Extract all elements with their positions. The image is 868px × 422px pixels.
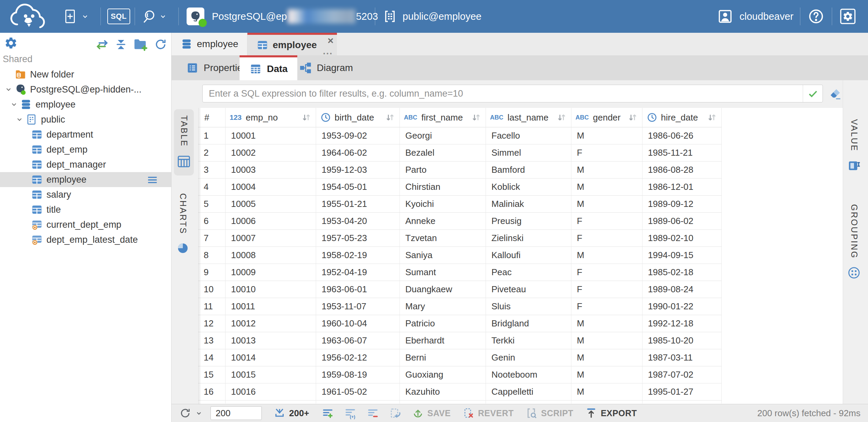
- data-cell[interactable]: 1958-02-19: [316, 247, 400, 264]
- export-button[interactable]: EXPORT: [585, 407, 637, 419]
- data-cell[interactable]: 10012: [226, 315, 316, 332]
- sort-icon[interactable]: [384, 112, 395, 123]
- data-cell[interactable]: Zielinski: [486, 230, 571, 247]
- refresh-icon[interactable]: [154, 38, 167, 51]
- data-cell[interactable]: Piveteau: [486, 281, 571, 298]
- table-row[interactable]: 4100041954-05-01ChirstianKoblickM1986-12…: [198, 179, 722, 196]
- data-cell[interactable]: 1985-10-20: [642, 332, 722, 349]
- driver-search-button[interactable]: [141, 0, 167, 33]
- sidebar-settings-gear-icon[interactable]: [4, 36, 18, 50]
- table-row[interactable]: 10100101963-06-01DuangkaewPiveteauF1989-…: [198, 281, 722, 298]
- tab-grouping-panel[interactable]: GROUPING: [845, 198, 863, 286]
- data-cell[interactable]: Preusig: [486, 213, 571, 230]
- data-cell[interactable]: M: [571, 196, 642, 213]
- tree-item[interactable]: dept_manager: [0, 157, 171, 172]
- data-cell[interactable]: 1964-06-02: [316, 144, 400, 161]
- data-cell[interactable]: 10008: [226, 247, 316, 264]
- table-row[interactable]: 15100151959-08-19GuoxiangNooteboomM1987-…: [198, 366, 722, 383]
- data-cell[interactable]: Kyoichi: [400, 196, 486, 213]
- data-cell[interactable]: F: [571, 298, 642, 315]
- data-cell[interactable]: Kalloufi: [486, 247, 571, 264]
- cloudbeaver-logo[interactable]: [8, 0, 49, 33]
- data-cell[interactable]: Kazuhito: [400, 383, 486, 400]
- data-cell[interactable]: M: [571, 127, 642, 144]
- data-cell[interactable]: 1957-05-23: [316, 230, 400, 247]
- data-cell[interactable]: F: [571, 213, 642, 230]
- data-cell[interactable]: F: [571, 230, 642, 247]
- data-cell[interactable]: 1986-06-26: [642, 127, 722, 144]
- new-connection-button[interactable]: [63, 0, 90, 33]
- tree-item[interactable]: PostgreSQL@ep-hidden-...: [0, 82, 171, 97]
- data-cell[interactable]: 1953-09-02: [316, 127, 400, 144]
- data-cell[interactable]: 1990-01-22: [642, 298, 722, 315]
- fetch-more-button[interactable]: 200+: [273, 407, 309, 419]
- data-cell[interactable]: 1987-03-11: [642, 349, 722, 366]
- hamburger-menu-icon[interactable]: [146, 173, 159, 186]
- data-cell[interactable]: Berni: [400, 349, 486, 366]
- table-row[interactable]: 7100071957-05-23TzvetanZielinskiF1989-02…: [198, 230, 722, 247]
- data-cell[interactable]: F: [571, 281, 642, 298]
- data-cell[interactable]: 1995-01-27: [642, 383, 722, 400]
- data-cell[interactable]: 10003: [226, 161, 316, 179]
- data-cell[interactable]: Duangkaew: [400, 281, 486, 298]
- data-cell[interactable]: 1952-04-19: [316, 264, 400, 281]
- data-cell[interactable]: 10007: [226, 230, 316, 247]
- table-row[interactable]: 11100111953-11-07MarySluisF1990-01-22: [198, 298, 722, 315]
- data-cell[interactable]: Facello: [486, 127, 571, 144]
- data-cell[interactable]: 10015: [226, 366, 316, 383]
- refresh-results-button[interactable]: [179, 407, 203, 419]
- data-cell[interactable]: 10013: [226, 332, 316, 349]
- data-cell[interactable]: 1953-04-20: [316, 213, 400, 230]
- data-cell[interactable]: Maliniak: [486, 196, 571, 213]
- data-cell[interactable]: Guoxiang: [400, 366, 486, 383]
- data-cell[interactable]: 1985-02-18: [642, 264, 722, 281]
- data-cell[interactable]: Bezalel: [400, 144, 486, 161]
- sort-icon[interactable]: [627, 112, 638, 123]
- tab-employee-table[interactable]: employee × ...: [247, 33, 337, 55]
- tree-item[interactable]: title: [0, 202, 171, 217]
- save-button[interactable]: SAVE: [412, 407, 451, 419]
- sort-icon[interactable]: [706, 112, 717, 123]
- table-row[interactable]: 5100051955-01-21KyoichiMaliniakM1989-09-…: [198, 196, 722, 213]
- table-row[interactable]: 3100031959-12-03PartoBamfordM1986-08-28: [198, 161, 722, 179]
- tree-item[interactable]: dept_emp: [0, 142, 171, 157]
- data-cell[interactable]: 1989-08-24: [642, 281, 722, 298]
- settings-button[interactable]: [839, 0, 856, 33]
- data-cell[interactable]: M: [571, 349, 642, 366]
- column-header[interactable]: 123 emp_no: [226, 108, 316, 127]
- tab-data[interactable]: Data: [240, 55, 297, 80]
- duplicate-row-button[interactable]: (+): [344, 407, 356, 419]
- data-cell[interactable]: F: [571, 144, 642, 161]
- data-cell[interactable]: 10002: [226, 144, 316, 161]
- data-cell[interactable]: 10001: [226, 127, 316, 144]
- tree-item[interactable]: New folder: [0, 67, 171, 82]
- column-header[interactable]: birth_date: [316, 108, 400, 127]
- data-cell[interactable]: 10014: [226, 349, 316, 366]
- data-cell[interactable]: Nooteboom: [486, 366, 571, 383]
- tree-item[interactable]: current_dept_emp: [0, 217, 171, 232]
- data-cell[interactable]: Bamford: [486, 161, 571, 179]
- schema-selector[interactable]: public@employee: [383, 0, 482, 33]
- help-button[interactable]: [808, 0, 825, 33]
- data-cell[interactable]: 1987-07-02: [642, 366, 722, 383]
- data-cell[interactable]: Saniya: [400, 247, 486, 264]
- tree-item[interactable]: department: [0, 127, 171, 142]
- data-cell[interactable]: Genin: [486, 349, 571, 366]
- column-header[interactable]: ABC gender: [571, 108, 642, 127]
- table-row[interactable]: 2100021964-06-02BezalelSimmelF1985-11-21: [198, 144, 722, 161]
- data-cell[interactable]: Anneke: [400, 213, 486, 230]
- data-cell[interactable]: 10005: [226, 196, 316, 213]
- apply-filter-button[interactable]: [803, 85, 823, 102]
- chevron-down-icon[interactable]: [14, 115, 25, 124]
- table-row[interactable]: 13100131963-06-07EberhardtTerkkiM1985-10…: [198, 332, 722, 349]
- data-cell[interactable]: Chirstian: [400, 179, 486, 196]
- data-cell[interactable]: Cappelletti: [486, 383, 571, 400]
- table-row[interactable]: 16100161961-05-02KazuhitoCappellettiM199…: [198, 383, 722, 400]
- data-cell[interactable]: 1955-01-21: [316, 196, 400, 213]
- script-button[interactable]: SCRIPT: [525, 407, 573, 419]
- data-cell[interactable]: 1959-08-19: [316, 366, 400, 383]
- connection-selector[interactable]: PostgreSQL@ep 5203: [187, 0, 378, 33]
- data-cell[interactable]: Peac: [486, 264, 571, 281]
- data-cell[interactable]: Eberhardt: [400, 332, 486, 349]
- tab-diagram[interactable]: Diagram: [289, 55, 363, 80]
